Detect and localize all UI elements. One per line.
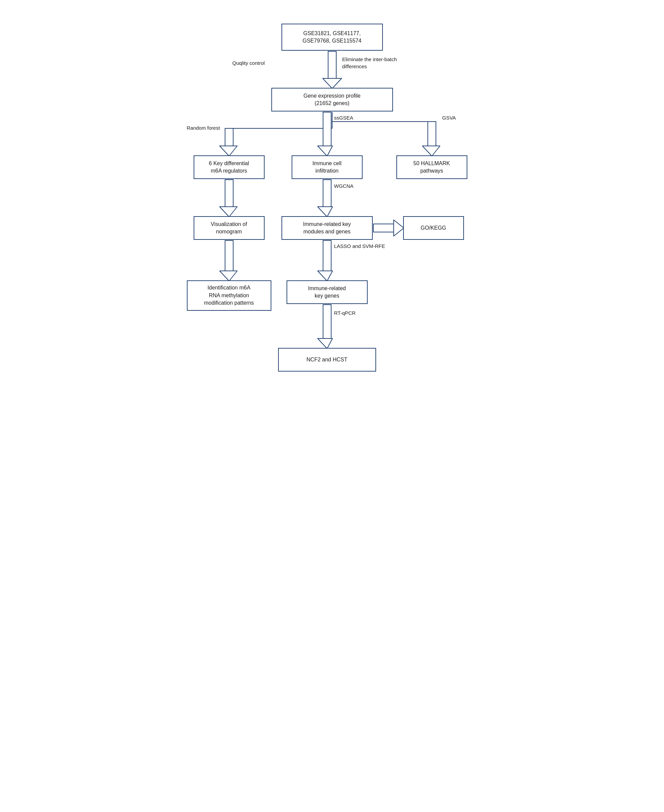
nomogram-box: Visualization ofnomogram (194, 216, 265, 240)
svg-marker-7 (220, 146, 237, 156)
ssgsea-label: ssGSEA (334, 115, 353, 120)
svg-rect-18 (373, 224, 394, 232)
svg-rect-16 (323, 180, 331, 207)
hallmark-box: 50 HALLMARKpathways (396, 155, 467, 179)
datasets-box: GSE31821, GSE41177,GSE79768, GSE115574 (282, 24, 383, 51)
gsva-label: GSVA (442, 115, 456, 120)
identification-box: Identification m6ARNA methylationmodific… (187, 280, 271, 311)
svg-marker-25 (317, 338, 332, 349)
svg-marker-19 (394, 220, 404, 236)
svg-marker-15 (220, 207, 237, 217)
immune-cell-label: Immune cellinfiltration (312, 160, 341, 175)
nomogram-label: Visualization ofnomogram (211, 221, 247, 236)
lasso-label: LASSO and SVM-RFE (334, 243, 385, 249)
eliminate-label: Eliminate the inter-batchdifferences (342, 56, 410, 70)
quality-control-label: Quqlity control (233, 60, 265, 66)
svg-marker-21 (220, 271, 237, 281)
go-kegg-label: GO/KEGG (421, 224, 446, 232)
datasets-label: GSE31821, GSE41177,GSE79768, GSE115574 (303, 30, 361, 45)
svg-marker-17 (317, 207, 332, 217)
m6a-regulators-label: 6 Key differentialm6A regulators (209, 160, 249, 175)
svg-rect-22 (323, 240, 331, 271)
m6a-regulators-box: 6 Key differentialm6A regulators (194, 155, 265, 179)
svg-rect-6 (225, 128, 233, 146)
immune-genes-label: Immune-relatedkey genes (308, 285, 346, 300)
go-kegg-box: GO/KEGG (403, 216, 464, 240)
svg-rect-2 (328, 51, 336, 78)
rt-qpcr-label: RT-qPCR (334, 310, 356, 316)
svg-rect-14 (225, 180, 233, 207)
ncf2-hcst-box: NCF2 and HCST (278, 348, 376, 372)
wgcna-label: WGCNA (334, 183, 354, 189)
identification-label: Identification m6ARNA methylationmodific… (204, 284, 254, 307)
workflow-diagram: GSE31821, GSE41177,GSE79768, GSE115574 Q… (180, 13, 484, 385)
svg-marker-13 (422, 146, 440, 156)
svg-rect-20 (225, 240, 233, 271)
svg-rect-12 (428, 122, 436, 146)
svg-marker-23 (317, 271, 332, 281)
gene-expression-box: Gene expression profile(21652 genes) (271, 88, 393, 112)
svg-rect-8 (323, 112, 331, 146)
immune-cell-box: Immune cellinfiltration (291, 155, 363, 179)
svg-rect-24 (323, 305, 331, 338)
svg-marker-9 (317, 146, 332, 156)
gene-expression-label: Gene expression profile(21652 genes) (303, 92, 361, 107)
immune-modules-label: Immune-related keymodules and genes (303, 221, 351, 236)
svg-marker-3 (323, 78, 342, 88)
random-forest-label: Random forest (187, 125, 220, 131)
ncf2-hcst-label: NCF2 and HCST (306, 356, 347, 364)
immune-genes-box: Immune-relatedkey genes (286, 280, 368, 304)
hallmark-label: 50 HALLMARKpathways (413, 160, 450, 175)
immune-modules-box: Immune-related keymodules and genes (282, 216, 373, 240)
